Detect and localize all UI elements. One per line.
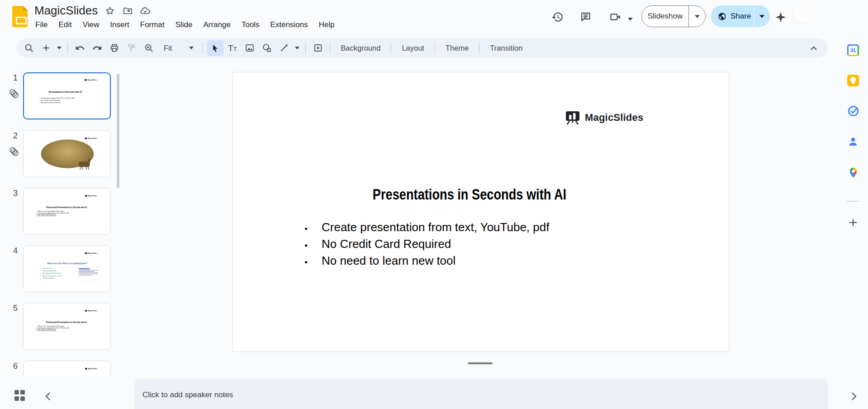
transition-indicator-icon[interactable]	[8, 146, 20, 157]
slide-thumbnail-3[interactable]: MagicSlides Professional Presentations i…	[23, 188, 111, 235]
menu-view[interactable]: View	[77, 19, 105, 31]
transition-button[interactable]: Transition	[483, 44, 529, 52]
undo-icon	[75, 43, 85, 53]
toolbar-divider	[435, 43, 435, 54]
new-slide-dropdown[interactable]	[55, 40, 64, 56]
move-folder-icon[interactable]	[122, 5, 133, 16]
mini-numbered-list: 1. Create presentation from text, YouTub…	[36, 212, 69, 216]
slide-thumbnail-1[interactable]: MagicSlides Presentations in Seconds wit…	[23, 72, 111, 119]
shape-icon	[262, 43, 272, 53]
magicslides-icon	[564, 110, 581, 125]
menu-slide[interactable]: Slide	[170, 19, 198, 31]
menu-help[interactable]: Help	[313, 19, 340, 31]
slide-number: 1	[10, 73, 21, 83]
magicslides-icon	[85, 252, 87, 254]
slide-thumbnail-4[interactable]: MagicSlides What are the Parts of a WebQ…	[23, 245, 111, 292]
cursor-icon	[210, 43, 220, 53]
horizontal-scrollbar[interactable]	[468, 362, 493, 364]
share-button[interactable]: Share	[711, 5, 770, 27]
new-slide-button[interactable]	[38, 40, 54, 56]
menu-arrange[interactable]: Arrange	[198, 19, 236, 31]
slide-number: 2	[10, 131, 21, 141]
slide-thumbnail-6[interactable]: MagicSlides	[23, 361, 111, 376]
background-button[interactable]: Background	[334, 44, 387, 52]
cloud-status-icon[interactable]	[140, 5, 151, 16]
search-menus-button[interactable]	[20, 40, 37, 56]
line-dropdown[interactable]	[293, 40, 302, 56]
insert-image-button[interactable]	[241, 40, 258, 56]
slide-bullet[interactable]: No Credit Card Required	[303, 236, 549, 252]
comments-button[interactable]	[579, 10, 593, 24]
insert-shape-button[interactable]	[258, 40, 275, 56]
menu-file[interactable]: File	[30, 19, 53, 31]
slide-bullet-list[interactable]: Create presentation from text, YouTube, …	[303, 219, 549, 269]
share-dropdown[interactable]	[754, 5, 770, 27]
menu-edit[interactable]: Edit	[53, 19, 77, 31]
slide-logo[interactable]: MagicSlides	[564, 110, 643, 125]
version-history-button[interactable]	[550, 10, 564, 24]
tasks-button[interactable]	[846, 104, 860, 118]
filmstrip-scrollbar[interactable]	[117, 74, 119, 188]
account-avatar[interactable]	[792, 6, 811, 24]
sparkle-icon	[775, 11, 787, 23]
calendar-button[interactable]: 31	[846, 43, 860, 57]
slide-thumbnail-5[interactable]: MagicSlides Professional Presentations i…	[23, 303, 111, 350]
slide-bullet[interactable]: No need to learn new tool	[303, 252, 549, 269]
slide-bullet[interactable]: Create presentation from text, YouTube, …	[303, 219, 549, 236]
transition-indicator-icon[interactable]	[8, 88, 20, 100]
redo-button[interactable]	[89, 40, 105, 56]
print-icon	[109, 43, 119, 53]
hide-menus-button[interactable]	[806, 40, 821, 56]
mini-bullet-list: Create presentation from text, YouTube, …	[38, 97, 74, 104]
magicslides-icon	[85, 138, 87, 139]
maps-button[interactable]	[846, 166, 860, 179]
slide-number: 4	[10, 246, 21, 256]
insert-placeholder-button[interactable]	[309, 40, 326, 56]
slideshow-button[interactable]: Slideshow	[641, 5, 706, 27]
undo-button[interactable]	[71, 40, 88, 56]
toolbar: Fit TT Background Layout	[17, 38, 828, 57]
print-button[interactable]	[106, 40, 123, 56]
paint-format-button[interactable]	[123, 40, 140, 56]
mini-logo: MagicSlides	[85, 195, 97, 197]
menu-extensions[interactable]: Extensions	[265, 19, 313, 31]
mini-logo: MagicSlides	[85, 368, 97, 370]
speaker-notes[interactable]: Click to add speaker notes	[135, 379, 828, 409]
slide-thumbnail-2[interactable]: MagicSlides	[23, 130, 111, 177]
zoom-value: Fit	[164, 44, 172, 52]
magicslides-icon	[85, 310, 87, 312]
show-side-panel-button[interactable]	[849, 391, 859, 402]
document-title[interactable]: MagicSlides	[34, 4, 98, 18]
textbox-tool-button[interactable]: TT	[224, 40, 241, 56]
menu-tools[interactable]: Tools	[236, 19, 265, 31]
contacts-icon	[847, 136, 859, 147]
chevron-down-icon	[57, 47, 62, 49]
chevron-down-icon	[295, 47, 299, 49]
meet-dropdown[interactable]	[628, 14, 633, 23]
collapse-filmstrip-button[interactable]	[43, 392, 52, 401]
rail-divider	[846, 201, 859, 202]
slide-canvas[interactable]: MagicSlides Presentations in Seconds wit…	[232, 72, 729, 352]
menu-format[interactable]: Format	[135, 19, 170, 31]
grid-view-button[interactable]	[14, 390, 24, 401]
insert-line-button[interactable]	[275, 40, 292, 56]
keep-button[interactable]	[846, 74, 860, 87]
slideshow-dropdown[interactable]	[689, 6, 705, 27]
star-icon[interactable]	[104, 5, 115, 16]
toolbar-divider	[479, 43, 479, 54]
mini-bullet-list: Introduction Question and Task Backgroun…	[40, 267, 62, 279]
zoom-select[interactable]: Fit	[157, 44, 199, 52]
toolbar-divider	[67, 43, 68, 54]
layout-button[interactable]: Layout	[395, 44, 431, 52]
zoom-button[interactable]	[140, 40, 157, 56]
contacts-button[interactable]	[846, 135, 860, 148]
gemini-button[interactable]	[774, 11, 787, 24]
get-addons-button[interactable]	[846, 216, 860, 229]
maps-icon	[848, 167, 859, 178]
slide-title[interactable]: Presentations in Seconds with AI	[280, 185, 659, 203]
select-tool-button[interactable]	[207, 40, 223, 56]
meet-button[interactable]	[608, 10, 622, 24]
slides-app-icon[interactable]	[12, 6, 28, 27]
theme-button[interactable]: Theme	[439, 44, 475, 52]
menu-insert[interactable]: Insert	[104, 19, 135, 31]
